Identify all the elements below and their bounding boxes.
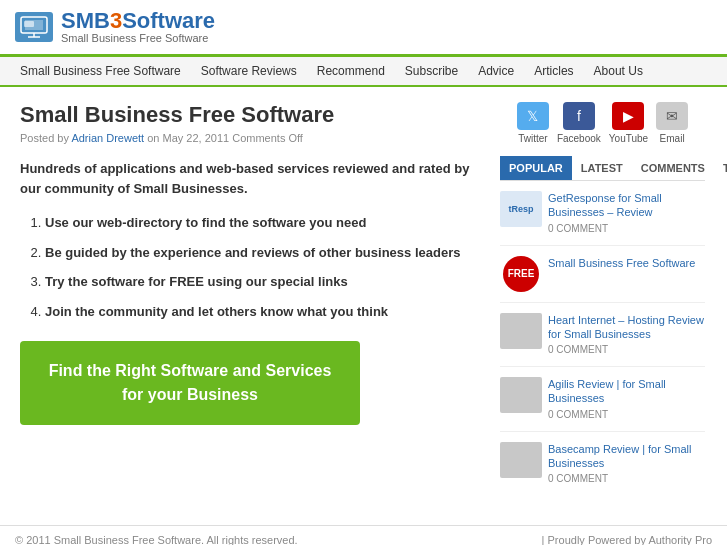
popular-item: FREE Small Business Free Software [500,256,705,303]
comment-count: 0 COMMENT [548,223,608,234]
site-header: SMB3Software Small Business Free Softwar… [0,0,727,57]
tab-comments[interactable]: COMMENTS [632,156,714,180]
nav-item-advice[interactable]: Advice [468,57,524,85]
page-title: Small Business Free Software [20,102,470,128]
list-item: Use our web-directory to find the softwa… [45,213,470,233]
facebook-icon: f [563,102,595,130]
meta-date: on May 22, 2011 Comments Off [144,132,303,144]
popular-item: tResp GetResponse for Small Businesses –… [500,191,705,246]
nav-item-recommend[interactable]: Recommend [307,57,395,85]
popular-item: Basecamp Review | for Small Businesses 0… [500,442,705,496]
main-layout: Small Business Free Software Posted by A… [0,87,727,515]
intro-text: Hundreds of applications and web-based s… [20,159,470,198]
popular-title-link[interactable]: Small Business Free Software [548,256,695,270]
author-link[interactable]: Adrian Drewett [71,132,144,144]
comment-count: 0 COMMENT [548,344,608,355]
popular-list: tResp GetResponse for Small Businesses –… [500,191,705,495]
comment-count: 0 COMMENT [548,473,608,484]
powered-by: | Proudly Powered by Authority Pro [542,534,712,545]
email-icon: ✉ [656,102,688,130]
logo-tagline: Small Business Free Software [61,32,215,44]
popular-text: Heart Internet – Hosting Review for Smal… [548,313,705,357]
post-meta: Posted by Adrian Drewett on May 22, 2011… [20,132,470,144]
popular-thumb [500,313,542,349]
social-facebook[interactable]: f Facebook [557,102,601,144]
nav-item-software-reviews[interactable]: Software Reviews [191,57,307,85]
meta-prefix: Posted by [20,132,71,144]
facebook-label: Facebook [557,133,601,144]
logo-icon [15,12,53,42]
popular-thumb [500,442,542,478]
list-item: Be guided by the experience and reviews … [45,243,470,263]
site-footer: © 2011 Small Business Free Software. All… [0,525,727,545]
copyright-text: © 2011 Small Business Free Software. All… [15,534,298,545]
popular-title-link[interactable]: Heart Internet – Hosting Review for Smal… [548,313,705,342]
tab-tags[interactable]: TAGS [714,156,727,180]
youtube-icon: ▶ [612,102,644,130]
nav-item-small-business[interactable]: Small Business Free Software [10,57,191,85]
social-email[interactable]: ✉ Email [656,102,688,144]
main-nav: Small Business Free Software Software Re… [0,57,727,87]
nav-item-subscribe[interactable]: Subscribe [395,57,468,85]
popular-text: Agilis Review | for Small Businesses 0 C… [548,377,705,421]
twitter-label: Twitter [518,133,547,144]
sidebar-tabs: POPULAR LATEST COMMENTS TAGS [500,156,705,181]
social-youtube[interactable]: ▶ YouTube [609,102,648,144]
list-item: Try the software for FREE using our spec… [45,272,470,292]
email-label: Email [660,133,685,144]
tab-latest[interactable]: LATEST [572,156,632,180]
sidebar: 𝕏 Twitter f Facebook ▶ YouTube ✉ Email P… [490,87,715,515]
svg-rect-4 [24,21,34,27]
popular-text: Small Business Free Software [548,256,695,270]
logo-text: SMB3Software Small Business Free Softwar… [61,10,215,44]
content-area: Small Business Free Software Posted by A… [0,87,490,515]
social-row: 𝕏 Twitter f Facebook ▶ YouTube ✉ Email [500,102,705,144]
popular-thumb: tResp [500,191,542,227]
feature-list: Use our web-directory to find the softwa… [20,213,470,321]
popular-thumb: FREE [500,256,542,292]
social-twitter[interactable]: 𝕏 Twitter [517,102,549,144]
nav-item-about[interactable]: About Us [584,57,653,85]
twitter-icon: 𝕏 [517,102,549,130]
popular-thumb [500,377,542,413]
cta-banner[interactable]: Find the Right Software and Servicesfor … [20,341,360,425]
popular-title-link[interactable]: Agilis Review | for Small Businesses [548,377,705,406]
popular-item: Heart Internet – Hosting Review for Smal… [500,313,705,368]
popular-text: GetResponse for Small Businesses – Revie… [548,191,705,235]
free-badge: FREE [503,256,539,292]
comment-count: 0 COMMENT [548,409,608,420]
popular-text: Basecamp Review | for Small Businesses 0… [548,442,705,486]
logo-title: SMB3Software [61,10,215,32]
nav-item-articles[interactable]: Articles [524,57,583,85]
cta-text: Find the Right Software and Servicesfor … [40,359,340,407]
popular-item: Agilis Review | for Small Businesses 0 C… [500,377,705,432]
popular-title-link[interactable]: GetResponse for Small Businesses – Revie… [548,191,705,220]
youtube-label: YouTube [609,133,648,144]
list-item: Join the community and let others know w… [45,302,470,322]
popular-title-link[interactable]: Basecamp Review | for Small Businesses [548,442,705,471]
tab-popular[interactable]: POPULAR [500,156,572,180]
